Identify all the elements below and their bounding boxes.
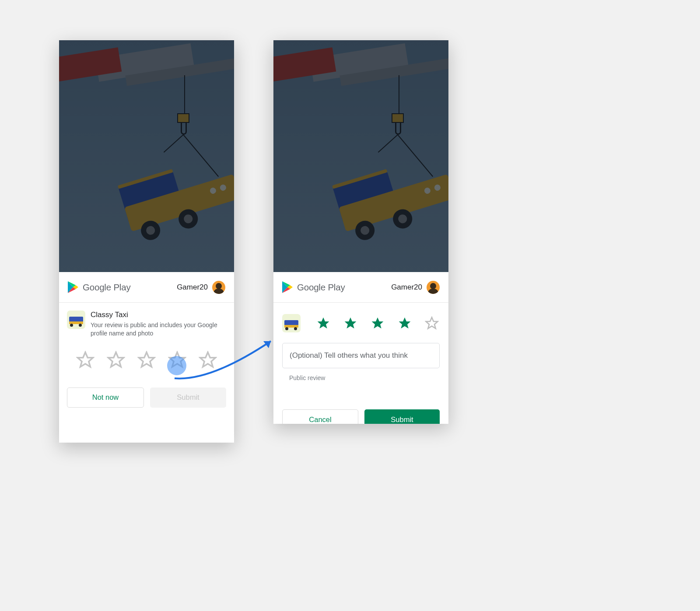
rating-input[interactable] xyxy=(273,303,448,332)
star-1[interactable] xyxy=(316,316,330,330)
star-3[interactable] xyxy=(371,316,385,330)
svg-marker-4 xyxy=(78,352,93,367)
cancel-button[interactable]: Cancel xyxy=(282,409,358,424)
star-5[interactable] xyxy=(199,351,217,369)
submit-button: Submit xyxy=(150,388,226,408)
submit-button[interactable]: Submit xyxy=(364,409,440,424)
svg-marker-14 xyxy=(345,318,357,328)
star-3[interactable] xyxy=(137,351,156,369)
star-5[interactable] xyxy=(425,316,439,330)
review-compose-screen: Google Play Gamer20 (Optional) Tell othe… xyxy=(273,40,448,424)
rating-input[interactable] xyxy=(59,351,234,369)
star-1[interactable] xyxy=(76,351,94,369)
svg-marker-6 xyxy=(139,352,154,367)
review-disclosure: Your review is public and includes your … xyxy=(91,321,222,338)
sheet-header: Google Play Gamer20 xyxy=(273,272,448,303)
svg-marker-8 xyxy=(200,352,216,367)
game-background xyxy=(59,40,234,272)
google-play-icon xyxy=(282,281,293,293)
review-text-input[interactable]: (Optional) Tell others what you think xyxy=(282,343,440,368)
svg-marker-17 xyxy=(426,318,438,328)
store-name: Google Play xyxy=(297,282,345,293)
review-prompt-screen: Google Play Gamer20 Classy Taxi Your rev… xyxy=(59,40,234,443)
not-now-button[interactable]: Not now xyxy=(67,388,144,408)
username: Gamer20 xyxy=(177,283,208,292)
avatar[interactable] xyxy=(427,281,440,294)
google-play-icon xyxy=(68,281,78,293)
svg-marker-16 xyxy=(399,318,411,328)
svg-marker-13 xyxy=(318,318,329,328)
app-icon xyxy=(67,311,85,329)
svg-marker-15 xyxy=(372,318,384,328)
avatar[interactable] xyxy=(212,281,225,294)
star-2[interactable] xyxy=(107,351,125,369)
star-4[interactable] xyxy=(398,316,412,330)
tap-indicator-icon xyxy=(167,356,186,375)
username: Gamer20 xyxy=(391,283,422,292)
game-background xyxy=(273,40,448,272)
app-info-row: Classy Taxi Your review is public and in… xyxy=(59,303,234,338)
visibility-label: Public review xyxy=(289,374,448,381)
app-title: Classy Taxi xyxy=(91,311,222,319)
star-2[interactable] xyxy=(343,316,357,330)
store-name: Google Play xyxy=(83,282,130,293)
review-placeholder: (Optional) Tell others what you think xyxy=(290,351,408,360)
app-icon xyxy=(282,314,301,332)
svg-marker-5 xyxy=(108,352,124,367)
svg-marker-18 xyxy=(263,341,271,348)
sheet-header: Google Play Gamer20 xyxy=(59,272,234,303)
